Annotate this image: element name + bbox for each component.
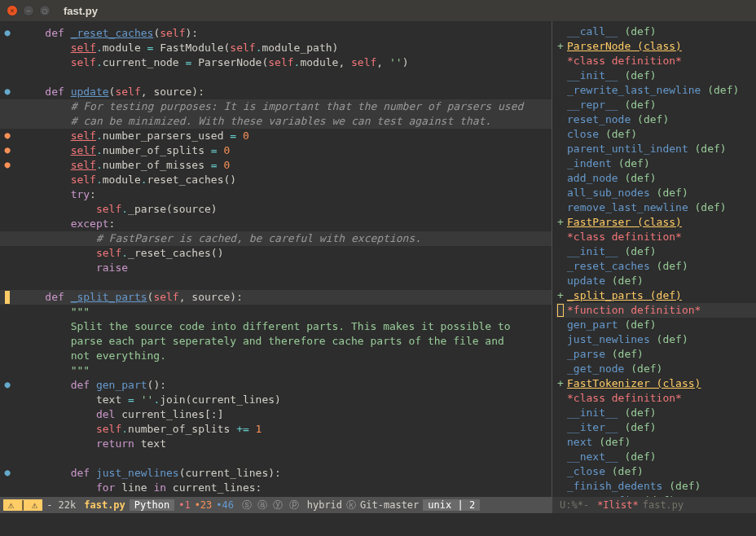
gutter: ● — [0, 143, 15, 158]
outline-def[interactable]: __init__ (def) — [556, 244, 756, 259]
code-line[interactable]: """ — [0, 363, 552, 378]
code-line[interactable] — [0, 451, 552, 466]
outline-def[interactable]: +_split_parts (def) — [556, 288, 756, 303]
titlebar: × − ▢ fast.py — [0, 0, 756, 21]
outline-def[interactable]: _indent (def) — [556, 156, 756, 171]
code-line[interactable]: ● def gen_part(): — [0, 378, 552, 393]
editor-right-panel: __call__ (def)+ParserNode (class) *class… — [552, 21, 756, 513]
code-line[interactable]: """ — [0, 305, 552, 319]
code-line[interactable]: ● self.number_of_misses = 0 — [0, 158, 552, 173]
outline-def[interactable]: _close (def) — [556, 464, 756, 479]
outline-def[interactable]: parent_until_indent (def) — [556, 142, 756, 156]
outline-def[interactable]: __init__ (def) — [556, 406, 756, 420]
outline-def[interactable]: _finish_dedents (def) — [556, 479, 756, 494]
code-line[interactable]: for line in current_lines: — [0, 481, 552, 495]
outline-def[interactable]: __call__ (def) — [556, 24, 756, 39]
outline-def[interactable]: update (def) — [556, 274, 756, 288]
gutter: ● — [0, 466, 15, 481]
minibuffer[interactable] — [0, 513, 756, 536]
outline-class[interactable]: +ParserNode (class) — [556, 39, 756, 54]
code-line[interactable]: # can be minimized. With these variables… — [0, 114, 552, 129]
buffer-name: fast.py — [80, 499, 130, 511]
code-line[interactable]: self.current_node = ParserNode(self.modu… — [0, 55, 552, 70]
code-line[interactable]: return text — [0, 437, 552, 451]
code-line[interactable]: not everything. — [0, 349, 552, 363]
gutter — [0, 202, 15, 217]
outline-def[interactable]: _get_prefix (def) — [556, 494, 756, 497]
encoding: unix | 2 — [423, 499, 480, 511]
code-line[interactable] — [0, 70, 552, 85]
outline-def[interactable]: just_newlines (def) — [556, 332, 756, 347]
gutter — [0, 334, 15, 349]
code-line[interactable]: self._reset_caches() — [0, 246, 552, 261]
flycheck-warn: ⚠ | ⚠ — [3, 499, 42, 511]
code-text: self.number_of_splits = 0 — [15, 143, 552, 158]
code-text: """ — [15, 305, 552, 319]
close-icon[interactable]: × — [7, 5, 18, 16]
outline-class[interactable]: +FastTokenizer (class) — [556, 376, 756, 391]
code-line[interactable]: # FastParser is cached, be careful with … — [0, 231, 552, 246]
outline-def[interactable]: all_sub_nodes (def) — [556, 186, 756, 200]
code-line[interactable]: ● def just_newlines(current_lines): — [0, 466, 552, 481]
outline-def[interactable]: __repr__ (def) — [556, 98, 756, 112]
minimize-icon[interactable]: − — [23, 5, 34, 16]
code-line[interactable]: ● def _reset_caches(self): — [0, 26, 552, 41]
outline-def[interactable]: *class definition* — [556, 391, 756, 406]
code-line[interactable]: raise — [0, 261, 552, 275]
outline-def[interactable]: gen_part (def) — [556, 318, 756, 332]
outline-def[interactable]: *class definition* — [556, 54, 756, 68]
code-line[interactable]: text = ''.join(current_lines) — [0, 393, 552, 407]
code-text — [15, 275, 552, 290]
gutter — [0, 305, 15, 319]
code-line[interactable]: ● def update(self, source): — [0, 85, 552, 99]
code-line[interactable]: ● self.number_of_splits = 0 — [0, 143, 552, 158]
gutter — [0, 55, 15, 70]
code-text: def just_newlines(current_lines): — [15, 466, 552, 481]
code-line[interactable]: del current_lines[:] — [0, 407, 552, 422]
window-title: fast.py — [64, 5, 98, 17]
code-line[interactable]: self._parse(source) — [0, 202, 552, 217]
code-line[interactable]: # For testing purposes: It is important … — [0, 99, 552, 114]
code-line[interactable]: Split the source code into different par… — [0, 319, 552, 334]
outline-def[interactable]: __init__ (def) — [556, 68, 756, 83]
code-line[interactable]: ● self.number_parsers_used = 0 — [0, 129, 552, 143]
ilist-label: *Ilist* — [593, 499, 643, 511]
gutter — [0, 481, 15, 495]
major-mode: Python — [130, 499, 174, 511]
outline-list[interactable]: __call__ (def)+ParserNode (class) *class… — [552, 21, 756, 497]
outline-def[interactable]: *class definition* — [556, 230, 756, 244]
code-line[interactable] — [0, 275, 552, 290]
code-text: # For testing purposes: It is important … — [15, 99, 552, 114]
code-text: self.number_of_splits += 1 — [15, 422, 552, 437]
gutter — [0, 290, 15, 305]
outline-def[interactable]: close (def) — [556, 127, 756, 142]
outline-def[interactable]: reset_node (def) — [556, 112, 756, 127]
outline-def[interactable]: _reset_caches (def) — [556, 259, 756, 274]
code-line[interactable]: self.module.reset_caches() — [0, 173, 552, 187]
code-line[interactable]: self.number_of_splits += 1 — [0, 422, 552, 437]
outline-def[interactable]: remove_last_newline (def) — [556, 200, 756, 215]
code-line[interactable]: self.module = FastModule(self.module_pat… — [0, 41, 552, 55]
outline-def[interactable]: _rewrite_last_newline (def) — [556, 83, 756, 98]
gutter: ● — [0, 26, 15, 41]
outline-def[interactable]: _get_node (def) — [556, 362, 756, 376]
outline-def[interactable]: __iter__ (def) — [556, 420, 756, 435]
code-line[interactable]: def _split_parts(self, source): — [0, 290, 552, 305]
code-text — [15, 70, 552, 85]
maximize-icon[interactable]: ▢ — [39, 5, 51, 16]
gutter — [0, 319, 15, 334]
code-text: self._parse(source) — [15, 202, 552, 217]
outline-def[interactable]: next (def) — [556, 435, 756, 450]
outline-def[interactable]: __next__ (def) — [556, 450, 756, 464]
code-line[interactable]: parse each part seperately and therefore… — [0, 334, 552, 349]
theme-name: hybrid — [303, 499, 346, 511]
outline-def[interactable]: *function definition* — [556, 303, 756, 318]
code-editor[interactable]: ● def _reset_caches(self): self.module =… — [0, 21, 552, 497]
gutter — [0, 437, 15, 451]
gutter — [0, 393, 15, 407]
outline-def[interactable]: _parse (def) — [556, 347, 756, 362]
outline-class[interactable]: +FastParser (class) — [556, 215, 756, 230]
outline-def[interactable]: add_node (def) — [556, 171, 756, 186]
code-line[interactable]: except: — [0, 217, 552, 231]
code-line[interactable]: try: — [0, 187, 552, 202]
